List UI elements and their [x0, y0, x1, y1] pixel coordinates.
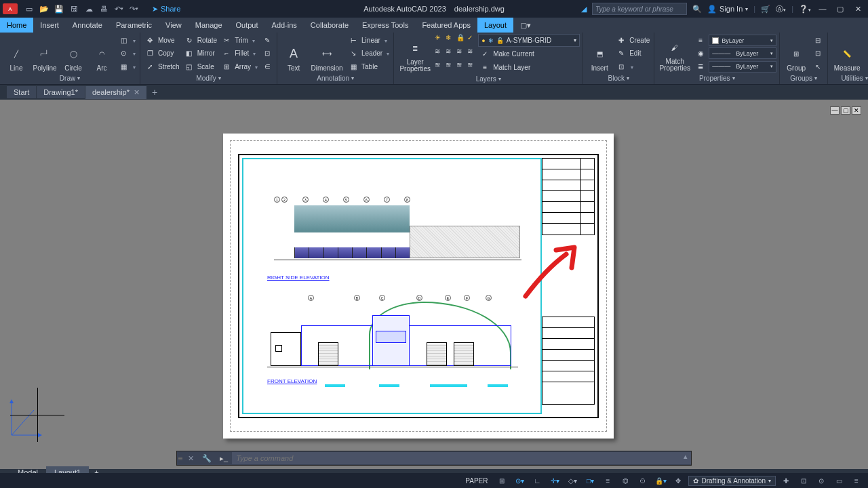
block-misc[interactable]: ⊡	[614, 60, 651, 73]
table-button[interactable]: ▦Table	[347, 60, 391, 73]
tab-manage[interactable]: Manage	[189, 18, 229, 33]
draw-misc-3[interactable]: ▦	[117, 60, 137, 73]
array-button[interactable]: ⊞Array	[220, 60, 259, 73]
file-tab-drawing1[interactable]: Drawing1*	[37, 86, 85, 98]
grid-toggle[interactable]: ⊞	[494, 474, 509, 487]
undo-icon[interactable]: ↶▾	[113, 3, 125, 15]
cmdline-grip[interactable]	[177, 455, 184, 462]
group-button[interactable]: ⊞Group	[783, 34, 810, 73]
anno-toggle[interactable]: ⏣	[618, 474, 633, 487]
layer-dropdown[interactable]: ● ❄ 🔓 A-SYMB-GRID ▾	[478, 34, 580, 47]
app-icon[interactable]: A	[3, 3, 18, 14]
workspace-dropdown[interactable]: ✿Drafting & Annotation▾	[688, 476, 776, 486]
saveas-icon[interactable]: 🖫	[68, 3, 80, 15]
panel-utilities-title[interactable]: Utilities▾	[831, 73, 868, 84]
clean-screen[interactable]: ▭	[831, 474, 846, 487]
anno-vis[interactable]: ✥	[671, 474, 686, 487]
tab-addins[interactable]: Add-ins	[265, 18, 304, 33]
make-current-button[interactable]: ✓Make Current	[478, 47, 536, 60]
cart-icon[interactable]: 🛒	[761, 5, 770, 14]
edit-block-button[interactable]: ✎Edit	[614, 47, 651, 60]
tab-output[interactable]: Output	[229, 18, 265, 33]
match-properties-button[interactable]: 🖌MatchProperties	[657, 34, 692, 73]
maximize-button[interactable]: ▢	[834, 3, 846, 15]
modify-misc-1[interactable]: ✎	[260, 34, 274, 47]
tab-layout[interactable]: Layout	[477, 18, 513, 33]
polyline-button[interactable]: ⌐┘Polyline	[31, 34, 58, 73]
sign-in-button[interactable]: 👤 Sign In ▾	[707, 5, 748, 14]
snap-toggle[interactable]: ⊙▾	[512, 474, 527, 487]
minimize-button[interactable]: —	[816, 3, 829, 15]
leader-button[interactable]: ↘Leader	[347, 47, 391, 60]
panel-groups-title[interactable]: Groups▾	[783, 73, 825, 84]
vp-maximize[interactable]: ▢	[841, 106, 850, 115]
layer-icon-3[interactable]: 🔒	[456, 34, 466, 43]
cmdline-customize[interactable]: 🔧	[198, 454, 216, 463]
scale-button[interactable]: ◱Scale	[182, 60, 218, 73]
tab-collaborate[interactable]: Collaborate	[304, 18, 355, 33]
arc-button[interactable]: ◠Arc	[88, 34, 115, 73]
trim-button[interactable]: ✂Trim	[220, 34, 259, 47]
web-icon[interactable]: ☁	[83, 3, 95, 15]
vp-close[interactable]: ✕	[852, 106, 861, 115]
draw-misc-1[interactable]: ◫	[117, 34, 137, 47]
hardware-accel[interactable]: ⊙	[814, 474, 829, 487]
help-icon[interactable]: ❔▾	[799, 5, 811, 14]
stretch-button[interactable]: ⤢Stretch	[143, 60, 181, 73]
close-tab-icon[interactable]: ✕	[134, 88, 140, 97]
plot-icon[interactable]: 🖶	[98, 3, 110, 15]
match-layer-button[interactable]: ≡Match Layer	[478, 61, 532, 74]
dimension-button[interactable]: ⟷Dimension	[309, 34, 345, 73]
tab-annotate[interactable]: Annotate	[66, 18, 109, 33]
viewport-lock[interactable]: 🔒▾	[653, 474, 668, 487]
copy-button[interactable]: ❐Copy	[143, 47, 181, 60]
modify-misc-3[interactable]: ∈	[260, 60, 274, 73]
command-input[interactable]	[232, 452, 680, 464]
share-button[interactable]: ➤ Share	[152, 5, 180, 14]
lineweight-dropdown[interactable]: ———ByLayer▾	[709, 47, 776, 59]
mirror-button[interactable]: ◧Mirror	[182, 47, 218, 60]
lineweight-toggle[interactable]: ≡	[600, 474, 615, 487]
add-file-tab[interactable]: +	[147, 87, 162, 98]
modify-misc-2[interactable]: ⊡	[260, 47, 274, 60]
osnap-toggle[interactable]: □▾	[583, 474, 597, 487]
panel-layers-title[interactable]: Layers▾	[397, 74, 580, 85]
insert-button[interactable]: ⬒Insert	[586, 34, 613, 73]
close-button[interactable]: ✕	[852, 3, 864, 15]
linetype-dropdown[interactable]: ———ByLayer▾	[709, 61, 776, 73]
new-icon[interactable]: ▭	[23, 3, 35, 15]
rotate-button[interactable]: ↻Rotate	[182, 34, 218, 47]
move-button[interactable]: ✥Move	[143, 34, 181, 47]
open-icon[interactable]: 📂	[38, 3, 50, 15]
ortho-toggle[interactable]: ∟	[530, 474, 545, 487]
iso-toggle[interactable]: ◇▾	[565, 474, 580, 487]
layer-icon-4[interactable]: ✓	[467, 34, 477, 43]
app-store-icon[interactable]: Ⓐ▾	[776, 4, 786, 14]
file-tab-dealership[interactable]: dealership*✕	[85, 86, 147, 99]
search-input[interactable]: Type a keyword or phrase	[592, 3, 687, 15]
lock-ui[interactable]: ✚	[778, 474, 793, 487]
tab-view[interactable]: View	[159, 18, 189, 33]
viewport[interactable]: 1 2 3 4 5 6 7 8 RIGHT SIDE ELEVATION A	[242, 158, 542, 414]
layer-icon-1[interactable]: ☀	[435, 34, 444, 43]
create-block-button[interactable]: ✚Create	[614, 34, 651, 47]
tab-express-tools[interactable]: Express Tools	[355, 18, 415, 33]
space-indicator[interactable]: PAPER	[461, 477, 492, 485]
tab-extra[interactable]: ▢▾	[513, 18, 538, 33]
line-button[interactable]: ╱Line	[3, 34, 30, 73]
tab-home[interactable]: Home	[0, 18, 33, 33]
anno-scale[interactable]: ⏲	[635, 474, 650, 487]
vp-minimize[interactable]: —	[830, 106, 840, 115]
autodesk-icon[interactable]: ◢	[581, 5, 587, 14]
cmdline-expand[interactable]: ▴	[680, 452, 691, 464]
search-icon[interactable]: 🔍	[692, 5, 702, 14]
polar-toggle[interactable]: ✛▾	[547, 474, 562, 487]
panel-draw-title[interactable]: Draw▾	[3, 73, 137, 84]
panel-annotation-title[interactable]: Annotation▾	[280, 73, 391, 84]
tab-featured-apps[interactable]: Featured Apps	[415, 18, 477, 33]
measure-button[interactable]: 📏Measure	[831, 34, 863, 73]
panel-block-title[interactable]: Block▾	[586, 73, 651, 84]
customize-status[interactable]: ≡	[849, 474, 864, 487]
layer-properties-button[interactable]: ≣LayerProperties	[397, 34, 433, 74]
workspace[interactable]: — ▢ ✕ 1 2 3 4 5 6 7 8	[0, 100, 868, 469]
